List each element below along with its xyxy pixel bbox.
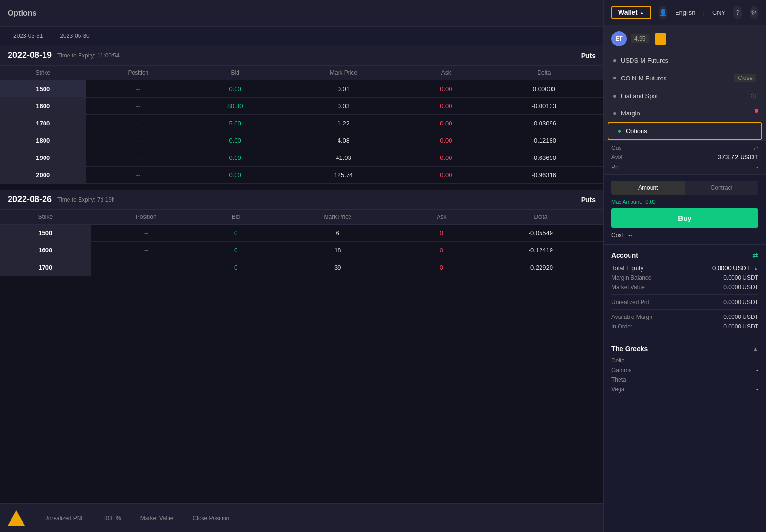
wallet-button[interactable]: Wallet ▲ [611,6,651,19]
ask-cell[interactable]: 0.00 [407,98,485,115]
delta-cell: -0.12419 [478,242,603,259]
in-order-label: In Order [611,323,632,330]
bottom-bar: Unrealized PNL ROE% Market Value Close P… [0,503,603,532]
account-header: Account ⇄ [611,250,758,260]
wallet-top-row: ET 4.95 [604,25,766,52]
menu-item-fiat[interactable]: Fiat and Spot ⓘ [604,87,766,105]
bid-cell[interactable]: 0.00 [191,167,280,184]
mark-cell: 18 [270,242,405,259]
bid-cell[interactable]: 0 [202,259,270,276]
account-transfer-icon[interactable]: ⇄ [752,250,758,260]
amount-tab[interactable]: Amount [611,181,685,195]
ask-cell[interactable]: 0.00 [407,115,485,132]
ask-cell[interactable]: 0.00 [407,80,485,98]
settings-icon[interactable]: ⚙ [750,6,758,19]
menu-label: Margin [621,110,640,117]
delta-cell: 0.00000 [485,80,603,98]
strike-cell: 1800 [0,132,86,149]
strike-cell: 1900 [0,149,86,167]
ask-cell[interactable]: 0 [405,259,478,276]
mark-cell: 4.08 [280,132,407,149]
avatar-icon[interactable]: 👤 [659,6,667,19]
divider: | [703,9,705,16]
wallet-dropdown: ET 4.95 USDS-M Futures COIN-M Futures Cl… [604,25,766,141]
market-value-label: Market Value [611,284,645,291]
logo-triangle-icon [8,510,25,526]
ask-cell[interactable]: 0 [405,225,478,242]
expiry-section-1: 2022-08-26 Time to Expiry: 7d 19h Puts [0,190,603,210]
market-value-row: Market Value 0.0000 USDT [611,284,758,291]
bid-cell[interactable]: 0 [202,242,270,259]
available-margin-value: 0.0000 USDT [723,314,758,320]
mark-cell: 0.03 [280,98,407,115]
buy-button[interactable]: Buy [611,208,758,228]
menu-label: COIN-M Futures [621,75,666,82]
close-button[interactable]: Close [734,74,756,82]
cus-row: Cus ⇄ [611,145,758,151]
ask-cell[interactable]: 0.00 [407,132,485,149]
menu-item-usds[interactable]: USDS-M Futures [604,52,766,69]
vega-value: - [756,386,758,393]
expiry-date-1: 2022-08-26 [8,194,52,204]
ask-cell[interactable]: 0.00 [407,149,485,167]
date-tab-0[interactable]: 2023-03-31 [8,31,48,41]
collapse-icon[interactable]: ▲ [753,345,758,352]
menu-item-options[interactable]: Options [608,122,762,140]
col-bid-1: Bid [202,210,270,225]
bid-cell[interactable]: 0.00 [191,149,280,167]
info-icon[interactable]: ⓘ [751,92,756,100]
language-selector[interactable]: English [675,9,696,16]
bid-cell[interactable]: 5.00 [191,115,280,132]
unrealized-pnl-value: 0.0000 USDT [723,299,758,306]
dot-icon [613,59,616,62]
ask-cell[interactable]: 0.00 [407,167,485,184]
max-amount-row: Max Amount: 0.00 [611,199,758,204]
bid-cell[interactable]: 80.30 [191,98,280,115]
table-row: 1700 -- 5.00 1.22 0.00 -0.03096 [0,115,603,132]
table-row: 1600 -- 80.30 0.03 0.00 -0.00133 [0,98,603,115]
total-equity-value: 0.0000 USDT ▲ [712,264,758,272]
position-cell: -- [86,149,191,167]
greeks-section: The Greeks ▲ Delta - Gamma - Theta - Veg… [604,339,766,401]
strike-cell: 1700 [0,115,86,132]
contract-tab[interactable]: Contract [685,181,759,195]
margin-balance-value: 0.0000 USDT [723,274,758,281]
cost-label: Cost: [611,232,625,238]
ask-cell[interactable]: 0 [405,242,478,259]
col-mark-0: Mark Price [280,66,407,80]
avbl-label: Avbl [611,154,622,160]
options-table-0: Strike Position Bid Mark Price Ask Delta… [0,66,603,184]
currency-selector[interactable]: CNY [712,9,725,16]
theta-row: Theta - [611,376,758,383]
bid-cell[interactable]: 0.00 [191,132,280,149]
col-delta-0: Delta [485,66,603,80]
cost-value: -- [628,232,632,238]
menu-item-coin[interactable]: COIN-M Futures Close [604,69,766,87]
expiry-time-0: Time to Expiry: 11:00:54 [57,52,120,59]
cus-section: Cus ⇄ Avbl 373,72 USDT Pri • [604,141,766,175]
total-equity-label: Total Equity [611,264,643,272]
puts-label-1: Puts [581,196,596,204]
date-tab-1[interactable]: 2023-06-30 [54,31,95,41]
logo-area [8,510,25,526]
menu-item-margin[interactable]: Margin [604,105,766,122]
options-scroll-area: 2022-08-19 Time to Expiry: 11:00:54 Puts… [0,45,603,503]
help-icon[interactable]: ? [733,6,742,19]
col-position-0: Position [86,66,191,80]
expiry-section-0: 2022-08-19 Time to Expiry: 11:00:54 Puts [0,45,603,66]
menu-label: Fiat and Spot [621,92,658,100]
bid-cell[interactable]: 0 [202,225,270,242]
bid-cell[interactable]: 0.00 [191,80,280,98]
options-table-1: Strike Position Bid Mark Price Ask Delta… [0,210,603,276]
cus-label: Cus [611,145,621,151]
cost-row: Cost: -- [611,232,758,238]
table-row: 1600 -- 0 18 0 -0.12419 [0,242,603,259]
right-sidebar: Wallet ▲ 👤 English | CNY ? ⚙ ET 4.95 USD… [603,0,766,532]
eth-icon: ET [611,31,627,46]
vega-row: Vega - [611,386,758,393]
delta-cell: -0.00133 [485,98,603,115]
transfer-icon-top[interactable]: ⇄ [754,145,758,151]
total-equity-row: Total Equity 0.0000 USDT ▲ [611,264,758,272]
strike-cell: 1500 [0,225,91,242]
dot-icon [613,95,616,98]
